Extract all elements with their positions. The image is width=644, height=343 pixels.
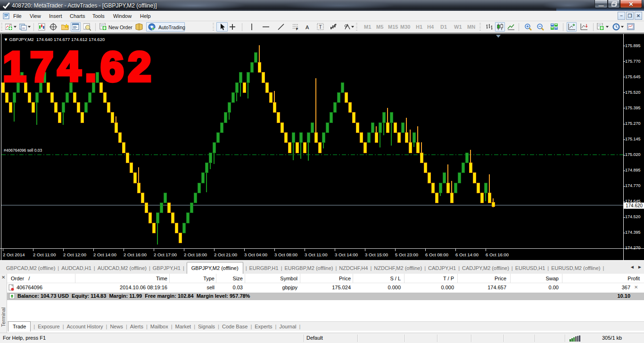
svg-text:T: T bbox=[319, 24, 322, 30]
svg-text:F: F bbox=[296, 27, 298, 31]
